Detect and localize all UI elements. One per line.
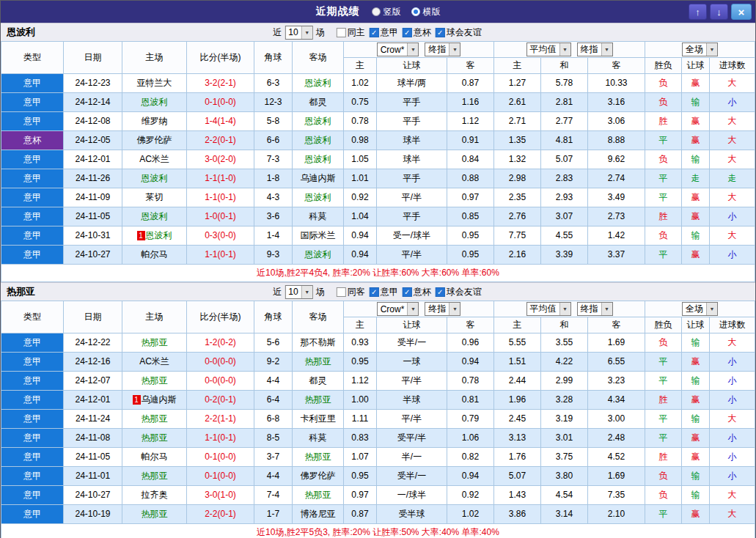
goals-result-cell: 大	[710, 74, 755, 93]
avg-draw-odds-cell: 3.39	[541, 246, 588, 265]
scroll-down-button[interactable]: ↓	[710, 4, 728, 20]
away-odds-cell: 0.94	[447, 467, 494, 486]
handicap-result-cell: 输	[682, 372, 710, 391]
section-header: 恩波利 近 10▼ 场 ✓ 同主 ✓ 意甲 ✓ 意杯	[1, 23, 755, 41]
corners-cell: 5-6	[254, 334, 293, 353]
filter-same-venue[interactable]: ✓ 同客	[337, 286, 365, 298]
dropdown-arrow-icon: ▼	[706, 43, 717, 56]
layout-option-vertical[interactable]: 竖版	[372, 6, 401, 18]
dropdown-arrow-icon: ▼	[706, 303, 717, 315]
odds-source-select[interactable]: Crow*▼	[377, 43, 419, 56]
match-row: 意甲24-11-05恩波利1-0(0-1)3-6科莫1.04平手0.852.76…	[1, 207, 755, 226]
match-result-cell: 负	[645, 93, 682, 112]
away-odds-cell: 0.92	[447, 486, 494, 505]
corners-cell: 6-8	[254, 410, 293, 429]
goals-result-cell: 小	[710, 391, 755, 410]
avg-odds-select[interactable]: 平均值▼	[526, 43, 571, 56]
avg-home-odds-cell: 2.76	[494, 207, 541, 226]
team-name-text: AC米兰	[139, 356, 169, 366]
corners-cell: 12-3	[254, 93, 293, 112]
score-cell: 0-1(0-0)	[187, 93, 254, 112]
filter-coppa-italia[interactable]: ✓ 意杯	[403, 286, 431, 298]
serie-a-checkbox[interactable]: ✓	[370, 287, 379, 297]
date-cell: 24-10-27	[64, 486, 122, 505]
away-odds-cell: 0.96	[447, 334, 494, 353]
odds-time-select[interactable]: 终指▼	[425, 43, 460, 56]
filter-friendly[interactable]: ✓ 球会友谊	[436, 286, 482, 298]
avg-draw-odds-cell: 4.22	[541, 353, 588, 372]
col-header-type: 类型	[1, 301, 64, 334]
score-cell: 3-0(1-0)	[187, 486, 254, 505]
score-cell: 1-4(1-4)	[187, 112, 254, 131]
avg-time-select[interactable]: 终指▼	[577, 43, 613, 56]
home-odds-cell: 0.97	[344, 486, 377, 505]
home-team-cell: 热那亚	[122, 334, 187, 353]
odds-source-select[interactable]: Crow*▼	[377, 302, 419, 316]
away-odds-cell: 1.16	[447, 93, 494, 112]
filter-serie-a[interactable]: ✓ 意甲	[370, 286, 398, 298]
score-cell: 1-2(0-2)	[187, 334, 254, 353]
same-venue-checkbox[interactable]: ✓	[337, 28, 346, 37]
coppa-checkbox[interactable]: ✓	[403, 287, 412, 297]
filter-friendly[interactable]: ✓ 球会友谊	[436, 26, 482, 39]
period-select[interactable]: 全场▼	[682, 302, 718, 316]
avg-draw-odds-cell: 5.78	[541, 74, 588, 93]
score-cell: 1-1(1-0)	[187, 169, 254, 188]
col-header-handicap-result: 让球	[682, 58, 710, 74]
filter-same-venue[interactable]: ✓ 同主	[337, 26, 365, 39]
team-name: 热那亚	[7, 285, 35, 298]
same-venue-checkbox[interactable]: ✓	[337, 287, 346, 297]
goals-result-cell: 大	[710, 486, 755, 505]
avg-draw-odds-cell: 2.81	[541, 93, 588, 112]
league-cell: 意甲	[1, 410, 64, 429]
team-name-text: 恩波利	[142, 173, 168, 183]
away-team-cell: 科莫	[293, 429, 344, 448]
team-name-text: 拉齐奥	[142, 490, 168, 500]
corners-cell: 1-8	[254, 169, 293, 188]
match-row: 意甲24-12-16AC米兰0-0(0-0)9-2热那亚0.95一球0.941.…	[1, 353, 755, 372]
away-odds-cell: 0.85	[447, 207, 494, 226]
handicap-result-cell: 赢	[682, 112, 710, 131]
date-cell: 24-11-01	[64, 467, 122, 486]
col-header-result: 胜负	[645, 58, 682, 74]
layout-radio-group: 竖版 横版	[372, 6, 441, 18]
dropdown-arrow-icon: ▼	[301, 286, 312, 298]
period-select[interactable]: 全场▼	[682, 43, 718, 56]
avg-odds-group-header: 平均值▼终指▼	[494, 42, 645, 58]
goals-result-cell: 大	[710, 112, 755, 131]
date-cell: 24-10-31	[64, 226, 122, 246]
scroll-up-button[interactable]: ↑	[689, 4, 707, 20]
home-odds-cell: 1.00	[344, 391, 377, 410]
avg-draw-odds-cell: 3.01	[541, 429, 588, 448]
down-arrow-icon: ↓	[716, 7, 722, 18]
layout-option-horizontal[interactable]: 横版	[411, 6, 441, 18]
avg-draw-odds-cell: 2.83	[541, 169, 588, 188]
team-name-text: 热那亚	[305, 452, 331, 462]
team-name-text: 国际米兰	[301, 230, 336, 240]
score-cell: 3-2(2-1)	[187, 74, 254, 93]
window-buttons: ↑ ↓ ×	[689, 4, 752, 20]
checkbox-label: 意甲	[381, 286, 398, 298]
corners-cell: 4-4	[254, 467, 293, 486]
friendly-checkbox[interactable]: ✓	[436, 287, 445, 297]
handicap-line-cell: 平/半	[377, 246, 447, 265]
filter-controls: 近 10▼ 场 ✓ 同客 ✓ 意甲 ✓ 意杯	[273, 285, 482, 299]
friendly-checkbox[interactable]: ✓	[436, 28, 445, 37]
close-button[interactable]: ×	[731, 4, 752, 20]
team-name-text: 帕尔马	[142, 452, 168, 462]
avg-time-select[interactable]: 终指▼	[577, 302, 613, 316]
odds-time-select[interactable]: 终指▼	[425, 302, 460, 316]
filter-coppa-italia[interactable]: ✓ 意杯	[403, 26, 431, 39]
matches-label: 场	[316, 286, 325, 298]
avg-away-odds-cell: 2.48	[588, 429, 645, 448]
away-team-cell: 恩波利	[293, 74, 344, 93]
recent-count-select[interactable]: 10▼	[285, 26, 312, 40]
avg-odds-select[interactable]: 平均值▼	[526, 302, 571, 316]
coppa-checkbox[interactable]: ✓	[403, 28, 412, 37]
goals-result-cell: 大	[710, 226, 755, 246]
serie-a-checkbox[interactable]: ✓	[370, 28, 379, 37]
recent-count-select[interactable]: 10▼	[285, 285, 312, 299]
filter-serie-a[interactable]: ✓ 意甲	[370, 26, 398, 39]
home-team-cell: 拉齐奥	[122, 486, 187, 505]
match-row: 意甲24-12-011乌迪内斯0-2(0-1)6-4热那亚1.00半球0.811…	[1, 391, 755, 410]
